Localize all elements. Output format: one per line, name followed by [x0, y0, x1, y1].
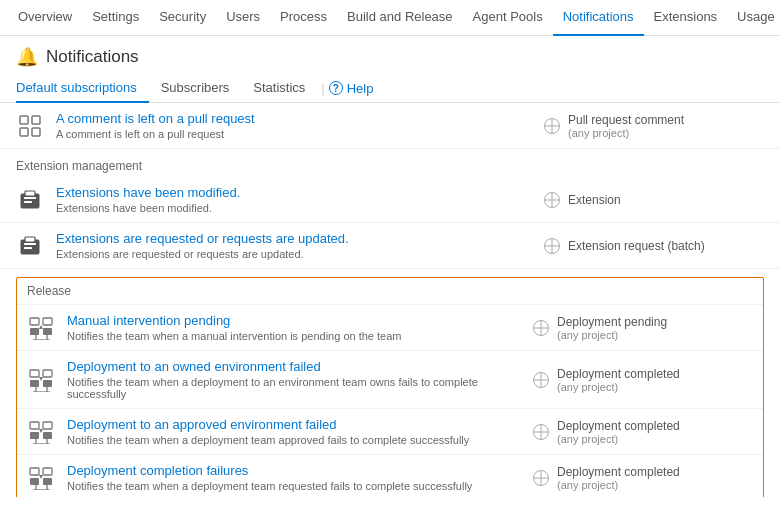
nav-settings[interactable]: Settings — [82, 0, 149, 36]
extension-modified-row: Extensions have been modified. Extension… — [0, 177, 780, 223]
pull-request-desc: A comment is left on a pull request — [56, 128, 532, 140]
svg-rect-37 — [43, 468, 52, 475]
svg-rect-13 — [43, 318, 52, 325]
tab-statistics[interactable]: Statistics — [241, 74, 317, 103]
globe-icon-pr — [544, 118, 560, 134]
extension-requested-row: Extensions are requested or requests are… — [0, 223, 780, 269]
nav-security[interactable]: Security — [149, 0, 216, 36]
pull-request-text: A comment is left on a pull request A co… — [56, 111, 532, 140]
pull-request-title[interactable]: A comment is left on a pull request — [56, 111, 532, 126]
pull-request-right: Pull request comment (any project) — [544, 113, 764, 139]
nav-notifications[interactable]: Notifications — [553, 0, 644, 36]
svg-rect-9 — [25, 237, 35, 242]
pull-request-type: Pull request comment (any project) — [568, 113, 684, 139]
approved-env-failed-title[interactable]: Deployment to an approved environment fa… — [67, 417, 521, 432]
extension-requested-desc: Extensions are requested or requests are… — [56, 248, 532, 260]
svg-marker-27 — [39, 377, 43, 381]
extension-requested-text: Extensions are requested or requests are… — [56, 231, 532, 260]
svg-rect-23 — [43, 380, 52, 387]
owned-env-failed-desc: Notifies the team when a deployment to a… — [67, 376, 521, 400]
svg-marker-35 — [39, 429, 43, 433]
approved-env-failed-right: Deployment completed (any project) — [533, 419, 753, 445]
svg-rect-36 — [30, 468, 39, 475]
svg-rect-39 — [43, 478, 52, 485]
nav-divider: | — [321, 81, 324, 96]
svg-rect-21 — [43, 370, 52, 377]
owned-env-failed-right: Deployment completed (any project) — [533, 367, 753, 393]
approved-env-failed-row: Deployment to an approved environment fa… — [17, 409, 763, 455]
globe-icon-r0 — [533, 320, 549, 336]
tab-subscribers[interactable]: Subscribers — [149, 74, 242, 103]
manual-intervention-title[interactable]: Manual intervention pending — [67, 313, 521, 328]
extension-requested-icon — [16, 232, 44, 260]
top-nav: Overview Settings Security Users Process… — [0, 0, 780, 36]
deployment-completion-type: Deployment completed (any project) — [557, 465, 680, 491]
globe-icon-ext1 — [544, 192, 560, 208]
svg-rect-15 — [43, 328, 52, 335]
extension-modified-icon — [16, 186, 44, 214]
owned-env-failed-row: Deployment to an owned environment faile… — [17, 351, 763, 409]
manual-intervention-type: Deployment pending (any project) — [557, 315, 667, 341]
extension-modified-type: Extension — [568, 193, 621, 207]
extension-modified-title[interactable]: Extensions have been modified. — [56, 185, 532, 200]
deployment-completion-text: Deployment completion failures Notifies … — [67, 463, 521, 492]
release-section-label: Release — [17, 278, 763, 305]
nav-overview[interactable]: Overview — [8, 0, 82, 36]
extension-requested-right: Extension request (batch) — [544, 238, 764, 254]
help-label: Help — [347, 81, 374, 96]
svg-rect-31 — [43, 432, 52, 439]
svg-rect-20 — [30, 370, 39, 377]
svg-rect-14 — [30, 328, 39, 335]
approved-env-failed-type: Deployment completed (any project) — [557, 419, 680, 445]
extension-requested-type: Extension request (batch) — [568, 239, 705, 253]
svg-rect-0 — [20, 116, 28, 124]
manual-intervention-text: Manual intervention pending Notifies the… — [67, 313, 521, 342]
svg-rect-30 — [30, 432, 39, 439]
nav-process[interactable]: Process — [270, 0, 337, 36]
owned-env-failed-icon — [27, 366, 55, 394]
svg-rect-1 — [20, 128, 28, 136]
svg-rect-11 — [24, 247, 32, 249]
globe-icon-r3 — [533, 470, 549, 486]
sub-nav: Default subscriptions Subscribers Statis… — [0, 74, 780, 103]
globe-icon-ext2 — [544, 238, 560, 254]
nav-build-release[interactable]: Build and Release — [337, 0, 463, 36]
nav-users[interactable]: Users — [216, 0, 270, 36]
page-header: 🔔 Notifications — [0, 36, 780, 74]
tab-default-subscriptions[interactable]: Default subscriptions — [16, 74, 149, 103]
owned-env-failed-text: Deployment to an owned environment faile… — [67, 359, 521, 400]
help-icon: ? — [329, 81, 343, 95]
deployment-completion-title[interactable]: Deployment completion failures — [67, 463, 521, 478]
extension-modified-right: Extension — [544, 192, 764, 208]
manual-intervention-desc: Notifies the team when a manual interven… — [67, 330, 521, 342]
svg-rect-3 — [32, 128, 40, 136]
svg-rect-2 — [32, 116, 40, 124]
globe-icon-r2 — [533, 424, 549, 440]
nav-usage[interactable]: Usage — [727, 0, 780, 36]
page-title: Notifications — [46, 47, 139, 67]
svg-rect-38 — [30, 478, 39, 485]
svg-marker-19 — [39, 325, 43, 329]
manual-intervention-right: Deployment pending (any project) — [533, 315, 753, 341]
approved-env-failed-text: Deployment to an approved environment fa… — [67, 417, 521, 446]
svg-rect-6 — [24, 197, 36, 199]
help-link[interactable]: ? Help — [329, 81, 374, 96]
globe-icon-r1 — [533, 372, 549, 388]
notifications-icon: 🔔 — [16, 46, 38, 68]
svg-rect-10 — [24, 243, 36, 245]
approved-env-failed-icon — [27, 418, 55, 446]
content-area: A comment is left on a pull request A co… — [0, 103, 780, 497]
deployment-completion-icon — [27, 464, 55, 492]
svg-marker-43 — [39, 475, 43, 479]
deployment-completion-row: Deployment completion failures Notifies … — [17, 455, 763, 497]
svg-rect-12 — [30, 318, 39, 325]
pull-request-row: A comment is left on a pull request A co… — [0, 103, 780, 149]
nav-agent-pools[interactable]: Agent Pools — [463, 0, 553, 36]
svg-rect-7 — [24, 201, 32, 203]
nav-extensions[interactable]: Extensions — [644, 0, 728, 36]
manual-intervention-row: Manual intervention pending Notifies the… — [17, 305, 763, 351]
extension-modified-desc: Extensions have been modified. — [56, 202, 532, 214]
extension-requested-title[interactable]: Extensions are requested or requests are… — [56, 231, 532, 246]
svg-rect-22 — [30, 380, 39, 387]
owned-env-failed-title[interactable]: Deployment to an owned environment faile… — [67, 359, 521, 374]
